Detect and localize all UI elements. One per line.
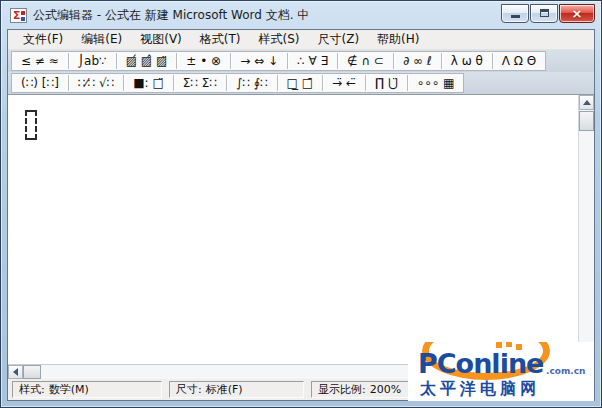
title-bar: Σ 公式编辑器 - 公式在 新建 Microsoft Word 文档. 中 × bbox=[1, 1, 601, 29]
palette-summation-templates[interactable]: Σ∷ Σ∷ bbox=[174, 74, 226, 92]
menu-format[interactable]: 格式(T) bbox=[191, 29, 250, 50]
palette-subscript-superscript-templates[interactable]: ■: □̈ bbox=[124, 74, 173, 92]
palette-product-set-templates[interactable]: ∏̈ ⋃̈ bbox=[366, 74, 407, 92]
palette-operator-symbols[interactable]: ± • ⊗ bbox=[177, 52, 230, 70]
vertical-scrollbar[interactable] bbox=[578, 95, 594, 364]
palette-greek-uppercase[interactable]: Λ Ω Θ bbox=[493, 52, 545, 70]
palette-fence-templates[interactable]: (∷) [∷] bbox=[12, 74, 68, 92]
palette-relational-symbols[interactable]: ≤ ≠ ≈ bbox=[12, 52, 68, 70]
symbols-toolbar: ≤ ≠ ≈ ⌡ab∵ ▨́ ▨̂ ▨̈ ± • ⊗ → ⇔ ↓ ∴ ∀ ∃ ∉ … bbox=[8, 50, 594, 72]
minimize-button[interactable] bbox=[501, 4, 529, 23]
equation-edit-area[interactable] bbox=[8, 95, 594, 364]
window-title: 公式编辑器 - 公式在 新建 Microsoft Word 文档. 中 bbox=[33, 7, 501, 24]
equation-editor-window: Σ 公式编辑器 - 公式在 新建 Microsoft Word 文档. 中 × … bbox=[0, 0, 602, 408]
palette-misc-symbols[interactable]: ∂ ∞ ℓ bbox=[394, 52, 441, 70]
watermark-domain: .com.cn bbox=[546, 366, 585, 376]
icon-blocks bbox=[21, 11, 25, 15]
horizontal-scroll-thumb[interactable] bbox=[23, 365, 41, 379]
templates-toolbar: (∷) [∷] ∷⁄∷ √∷ ■: □̈ Σ∷ Σ∷ ∫∷ ∮∷ □̲ □̄ →… bbox=[8, 72, 594, 95]
menu-size[interactable]: 尺寸(Z) bbox=[308, 29, 368, 50]
status-style-field: 样式: 数学(M) bbox=[12, 381, 162, 398]
palette-spaces-ellipses[interactable]: ⌡ab∵ bbox=[69, 52, 116, 70]
watermark-subtitle: 太平洋电脑网 bbox=[420, 379, 540, 400]
menu-edit[interactable]: 编辑(E) bbox=[72, 29, 131, 50]
palette-logical-symbols[interactable]: ∴ ∀ ∃ bbox=[288, 52, 337, 70]
status-style-label: 样式: bbox=[19, 382, 45, 397]
watermark-brand: PConline bbox=[418, 350, 543, 377]
scroll-up-icon bbox=[583, 100, 591, 105]
scroll-up-button[interactable] bbox=[579, 95, 594, 110]
minimize-icon bbox=[511, 15, 520, 18]
equation-editor-app-icon: Σ bbox=[10, 8, 27, 23]
window-controls: × bbox=[501, 4, 595, 23]
maximize-icon bbox=[540, 9, 549, 17]
menu-style[interactable]: 样式(S) bbox=[250, 29, 309, 50]
close-icon: × bbox=[572, 7, 583, 20]
pconline-watermark: PConline .com.cn 太平洋电脑网 bbox=[408, 342, 594, 401]
close-button[interactable]: × bbox=[559, 4, 595, 23]
status-zoom-label: 显示比例: bbox=[318, 382, 366, 397]
status-size-field: 尺寸: 标准(F) bbox=[169, 381, 304, 398]
status-zoom-value: 200% bbox=[370, 383, 401, 396]
status-size-label: 尺寸: bbox=[176, 382, 202, 397]
equation-insertion-slot[interactable] bbox=[25, 110, 37, 140]
palette-embellishments[interactable]: ▨́ ▨̂ ▨̈ bbox=[117, 52, 177, 70]
menu-bar: 文件(F) 编辑(E) 视图(V) 格式(T) 样式(S) 尺寸(Z) 帮助(H… bbox=[8, 30, 594, 50]
vertical-scroll-thumb[interactable] bbox=[579, 111, 594, 131]
palette-matrix-templates[interactable]: ∘∘∘ ▦ bbox=[408, 74, 464, 92]
palette-arrow-symbols[interactable]: → ⇔ ↓ bbox=[231, 52, 287, 70]
scroll-left-icon bbox=[13, 368, 18, 376]
palette-set-theory-symbols[interactable]: ∉ ∩ ⊂ bbox=[338, 52, 393, 70]
palette-greek-lowercase[interactable]: λ ω θ bbox=[442, 52, 492, 70]
menu-help[interactable]: 帮助(H) bbox=[368, 29, 428, 50]
scroll-left-button[interactable] bbox=[8, 365, 23, 379]
status-size-value: 标准(F) bbox=[206, 382, 243, 397]
maximize-button[interactable] bbox=[530, 4, 558, 23]
palette-fraction-radical-templates[interactable]: ∷⁄∷ √∷ bbox=[69, 74, 123, 92]
menu-view[interactable]: 视图(V) bbox=[131, 29, 191, 50]
palette-integral-templates[interactable]: ∫∷ ∮∷ bbox=[227, 74, 277, 92]
sigma-icon: Σ bbox=[13, 10, 21, 21]
status-style-value: 数学(M) bbox=[49, 382, 89, 397]
menu-file[interactable]: 文件(F) bbox=[14, 29, 72, 50]
palette-labeled-arrow-templates[interactable]: →̈ ←̈ bbox=[323, 74, 365, 92]
palette-bar-templates[interactable]: □̲ □̄ bbox=[278, 74, 323, 92]
